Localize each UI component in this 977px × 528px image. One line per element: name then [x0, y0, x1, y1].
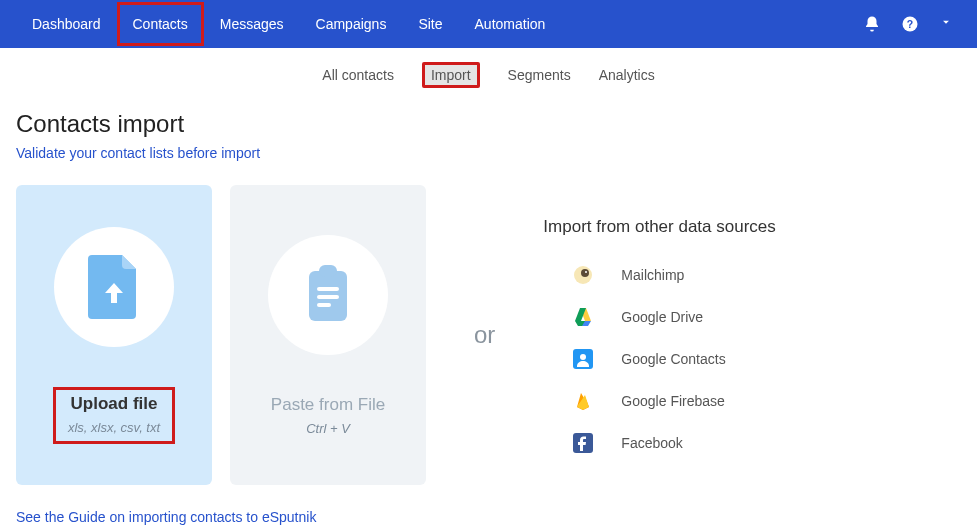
source-google-drive[interactable]: Google Drive: [573, 307, 775, 327]
nav-site[interactable]: Site: [402, 2, 458, 46]
help-icon[interactable]: ?: [901, 15, 919, 33]
nav-automation[interactable]: Automation: [459, 2, 562, 46]
svg-point-11: [580, 354, 586, 360]
upload-file-sub: xls, xlsx, csv, txt: [68, 420, 160, 435]
subnav-import[interactable]: Import: [422, 62, 480, 88]
sources-title: Import from other data sources: [543, 217, 775, 237]
import-row: Upload file xls, xlsx, csv, txt Paste fr…: [16, 185, 961, 485]
gcontacts-icon: [573, 349, 593, 369]
mailchimp-icon: [573, 265, 593, 285]
topnav-right: ?: [863, 15, 961, 33]
account-chevron-icon[interactable]: [939, 15, 953, 33]
nav-dashboard[interactable]: Dashboard: [16, 2, 117, 46]
subnav-analytics[interactable]: Analytics: [599, 67, 655, 83]
source-google-firebase[interactable]: Google Firebase: [573, 391, 775, 411]
guide-link[interactable]: See the Guide on importing contacts to e…: [16, 509, 316, 525]
source-label: Mailchimp: [621, 267, 684, 283]
svg-rect-5: [317, 295, 339, 299]
source-google-contacts[interactable]: Google Contacts: [573, 349, 775, 369]
svg-text:?: ?: [907, 18, 913, 30]
nav-messages[interactable]: Messages: [204, 2, 300, 46]
topnav-items: Dashboard Contacts Messages Campaigns Si…: [16, 2, 561, 46]
facebook-icon: [573, 433, 593, 453]
source-label: Google Firebase: [621, 393, 725, 409]
svg-rect-3: [319, 265, 337, 277]
source-label: Google Drive: [621, 309, 703, 325]
subnav-all-contacts[interactable]: All contacts: [322, 67, 394, 83]
subnav-segments[interactable]: Segments: [508, 67, 571, 83]
svg-rect-4: [317, 287, 339, 291]
sub-navigation: All contacts Import Segments Analytics: [0, 48, 977, 102]
gdrive-icon: [573, 307, 593, 327]
upload-file-title: Upload file: [71, 394, 158, 414]
page-content: Contacts import Validate your contact li…: [0, 110, 977, 526]
source-label: Google Contacts: [621, 351, 725, 367]
clipboard-icon: [268, 235, 388, 355]
upload-file-card[interactable]: Upload file xls, xlsx, csv, txt: [16, 185, 212, 485]
source-list: Mailchimp Google Drive Google Contacts: [543, 265, 775, 453]
other-sources: Import from other data sources Mailchimp…: [543, 217, 775, 453]
upload-file-icon: [54, 227, 174, 347]
validate-link[interactable]: Validate your contact lists before impor…: [16, 145, 260, 161]
upload-file-highlight: Upload file xls, xlsx, csv, txt: [53, 387, 175, 444]
nav-contacts[interactable]: Contacts: [117, 2, 204, 46]
page-title: Contacts import: [16, 110, 961, 138]
paste-sub: Ctrl + V: [306, 421, 350, 436]
source-mailchimp[interactable]: Mailchimp: [573, 265, 775, 285]
svg-rect-6: [317, 303, 331, 307]
or-separator: or: [454, 321, 515, 349]
source-facebook[interactable]: Facebook: [573, 433, 775, 453]
firebase-icon: [573, 391, 593, 411]
import-cards: Upload file xls, xlsx, csv, txt Paste fr…: [16, 185, 426, 485]
top-navigation: Dashboard Contacts Messages Campaigns Si…: [0, 0, 977, 48]
paste-title: Paste from File: [271, 395, 385, 415]
bell-icon[interactable]: [863, 15, 881, 33]
svg-point-9: [585, 271, 587, 273]
nav-campaigns[interactable]: Campaigns: [300, 2, 403, 46]
source-label: Facebook: [621, 435, 682, 451]
paste-from-file-card[interactable]: Paste from File Ctrl + V: [230, 185, 426, 485]
svg-point-8: [581, 269, 589, 277]
